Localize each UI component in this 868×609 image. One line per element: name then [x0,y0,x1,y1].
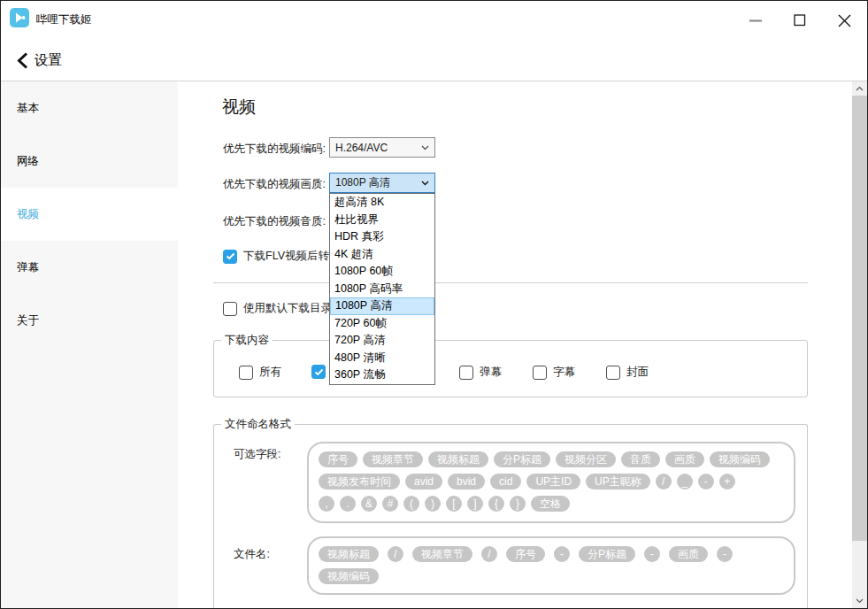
quality-option[interactable]: 1080P 高码率 [330,281,434,298]
download-content-checkbox[interactable] [533,366,547,380]
quality-option[interactable]: 1080P 60帧 [330,263,434,281]
filename-tag[interactable]: / [481,546,497,562]
tag-row: 视频发布时间avidbvidcidUP主IDUP主昵称/_-+ [319,474,784,490]
quality-option[interactable]: 1080P 高清 [330,297,434,315]
filename-box: 视频标题/视频章节/序号-分P标题-画质-视频编码 [307,536,795,595]
download-content-checkbox[interactable] [606,366,620,380]
field-tag[interactable]: 空格 [531,496,570,512]
field-tag[interactable]: { [488,496,504,512]
app-window: 哔哩下载姬 设置 基本网络视频弹幕关于 视频 优先下载的视频编码: H.264/… [0,0,868,609]
field-tag[interactable]: cid [490,474,521,490]
filename-tag[interactable]: / [388,546,403,562]
sidebar-item[interactable]: 视频 [1,188,178,241]
field-tag[interactable]: 视频编码 [710,451,770,467]
field-tag[interactable]: [ [446,496,462,512]
codec-label: 优先下载的视频编码: [223,142,326,157]
filename-tag[interactable]: - [554,546,570,562]
chevron-down-icon [421,145,429,150]
chevron-down-icon [421,181,429,186]
filename-tag[interactable]: 画质 [669,546,708,562]
download-content-checkbox-row[interactable] [311,365,326,379]
download-content-checkbox-row[interactable]: 所有 [239,365,281,380]
quality-option[interactable]: 720P 高清 [330,332,434,350]
filename-tag[interactable]: 分P标题 [579,546,635,562]
field-tag[interactable]: & [361,496,377,512]
download-content-group: 下载内容 所有弹幕字幕封面 [213,340,808,397]
section-divider [213,282,808,283]
field-tag[interactable]: _ [677,474,693,490]
scroll-down-icon[interactable] [852,594,867,608]
field-tag[interactable]: . [340,496,356,512]
field-tag[interactable]: 视频章节 [363,451,423,467]
audio-label: 优先下载的视频音质: [223,214,326,229]
codec-select-value: H.264/AVC [335,142,421,154]
sidebar-item[interactable]: 网络 [1,135,178,188]
field-tag[interactable]: 分P标题 [494,451,550,467]
quality-select[interactable]: 1080P 高清 [329,173,435,193]
download-content-checkbox-row[interactable]: 字幕 [533,365,575,380]
filename-tag[interactable]: 视频标题 [319,546,379,562]
filename-tag[interactable]: 视频编码 [319,568,379,584]
sidebar-item[interactable]: 弹幕 [1,241,178,294]
field-tag[interactable]: + [719,474,735,490]
field-tag[interactable]: ] [467,496,483,512]
field-tag[interactable]: UP主昵称 [586,474,650,490]
download-content-checkbox[interactable] [459,366,473,380]
default-dir-label: 使用默认下载目录 [243,301,332,316]
field-tag[interactable]: 视频分区 [556,451,616,467]
field-tag[interactable]: 序号 [319,451,357,467]
maximize-button[interactable] [788,10,811,31]
quality-option[interactable]: 4K 超清 [330,246,434,264]
field-tag[interactable]: 视频标题 [428,451,488,467]
filename-tag[interactable]: 视频章节 [412,546,472,562]
field-tag[interactable]: } [510,496,526,512]
back-button[interactable] [12,50,32,71]
codec-select[interactable]: H.264/AVC [329,137,435,158]
field-tag[interactable]: 画质 [665,451,704,467]
optional-fields-label: 可选字段: [234,447,280,462]
tag-row: 视频标题/视频章节/序号-分P标题-画质- [319,546,784,562]
download-content-checkbox[interactable] [239,366,253,380]
download-content-checkbox-row[interactable]: 封面 [606,365,649,380]
download-content-checkbox-row[interactable]: 弹幕 [459,365,502,380]
sidebar: 基本网络视频弹幕关于 [1,81,178,608]
quality-option[interactable]: 超高清 8K [330,194,434,212]
filename-tag[interactable]: - [717,546,733,562]
sidebar-item[interactable]: 基本 [1,81,178,135]
field-tag[interactable]: - [698,474,714,490]
scrollbar[interactable] [852,81,867,608]
minimize-button[interactable] [744,10,767,31]
quality-option[interactable]: 360P 流畅 [330,366,434,384]
field-tag[interactable]: 音质 [621,451,660,467]
field-tag[interactable]: bvid [448,474,485,490]
filename-tag[interactable]: - [644,546,660,562]
download-content-checkbox-label: 封面 [626,365,649,380]
flv-transcode-checkbox[interactable] [223,250,237,264]
app-title: 哔哩下载姬 [36,12,92,27]
flv-transcode-checkbox-row[interactable]: 下载FLV视频后转码 [223,249,341,264]
field-tag[interactable]: / [656,474,672,490]
quality-option[interactable]: 杜比视界 [330,212,434,229]
default-dir-checkbox[interactable] [223,302,237,316]
scroll-up-icon[interactable] [852,81,867,96]
field-tag[interactable]: avid [405,474,442,490]
tag-row: 视频编码 [319,568,784,584]
download-content-checkbox[interactable] [311,365,326,379]
field-tag[interactable]: # [382,496,398,512]
default-dir-checkbox-row[interactable]: 使用默认下载目录 [223,301,332,316]
field-tag[interactable]: , [319,496,334,512]
scrollbar-thumb[interactable] [852,96,867,541]
quality-option[interactable]: 720P 60帧 [330,315,434,333]
close-button[interactable] [833,10,856,31]
field-tag[interactable]: ) [425,496,441,512]
quality-option[interactable]: 480P 清晰 [330,350,434,367]
sidebar-item[interactable]: 关于 [1,294,178,347]
field-tag[interactable]: UP主ID [526,474,580,490]
field-tag[interactable]: ( [403,496,419,512]
filename-tag[interactable]: 序号 [506,546,545,562]
page-title: 设置 [35,51,62,70]
section-title: 视频 [222,96,256,119]
tag-row: 序号视频章节视频标题分P标题视频分区音质画质视频编码 [319,451,784,467]
quality-option[interactable]: HDR 真彩 [330,228,434,246]
field-tag[interactable]: 视频发布时间 [319,474,400,490]
